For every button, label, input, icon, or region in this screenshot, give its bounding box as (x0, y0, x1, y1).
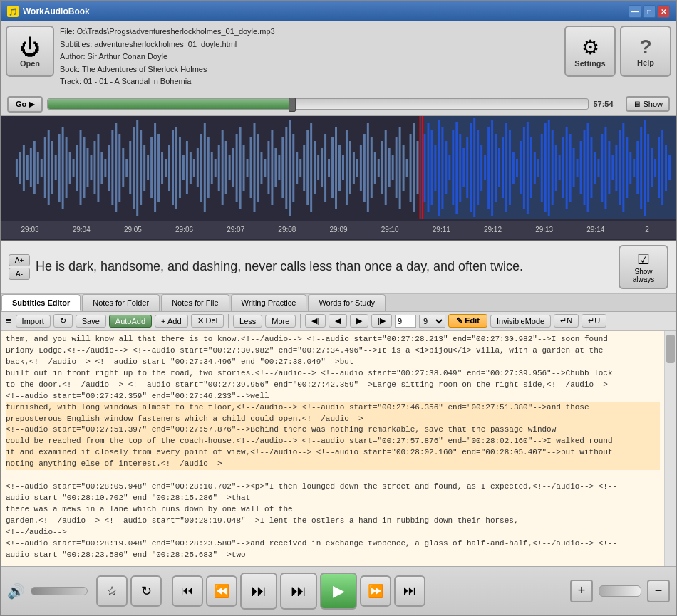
minimize-button[interactable]: — (629, 5, 641, 18)
svg-rect-35 (133, 127, 135, 209)
step-forward-button[interactable]: ⏭ (280, 573, 317, 610)
waveform-canvas (1, 116, 676, 219)
svg-rect-9 (41, 159, 43, 177)
next-track-button[interactable]: ⏭ (394, 575, 425, 607)
nav-prev-prev-button[interactable]: ◀| (305, 314, 326, 328)
text-size-up-button[interactable]: A+ (9, 254, 30, 266)
svg-rect-19 (76, 145, 78, 191)
step-back-button[interactable]: ⏭ (240, 573, 277, 610)
svg-rect-113 (410, 134, 412, 202)
tab-notes-folder[interactable]: Notes for Folder (82, 294, 160, 311)
editor-content[interactable]: them, and you will know all that there i… (1, 331, 664, 566)
svg-rect-152 (552, 130, 554, 205)
fast-forward-button[interactable]: ⏩ (360, 575, 391, 607)
track-info: Track: 01 - 01 - A Scandal in Bohemia (60, 75, 564, 88)
editor-scroll-thumb[interactable] (666, 335, 675, 363)
svg-rect-106 (385, 130, 387, 205)
add-button[interactable]: + Add (155, 315, 187, 328)
star-button[interactable]: ☆ (96, 575, 128, 607)
time-marker: 29:12 (467, 226, 518, 234)
svg-rect-148 (537, 159, 539, 177)
volume-icon: 🔊 (7, 583, 25, 600)
nav-prev-button[interactable]: ◀ (329, 314, 347, 328)
play-button[interactable]: ▶ (320, 573, 357, 610)
svg-rect-51 (190, 152, 192, 184)
tab-words-study[interactable]: Words for Study (308, 294, 386, 311)
svg-rect-86 (314, 141, 316, 194)
zoom-out-button[interactable]: − (647, 580, 670, 602)
tab-notes-file[interactable]: Notes for File (161, 294, 229, 311)
svg-rect-22 (86, 148, 88, 187)
number-dropdown[interactable]: 9 5 10 (419, 315, 445, 328)
svg-rect-69 (254, 123, 256, 212)
seek-thumb[interactable] (289, 98, 296, 112)
svg-rect-27 (104, 159, 106, 177)
help-icon: ? (639, 36, 651, 58)
svg-rect-157 (569, 134, 572, 202)
more-button[interactable]: More (265, 315, 296, 328)
text-size-down-button[interactable]: A- (9, 268, 30, 280)
open-button[interactable]: ⏻ Open (6, 26, 54, 77)
tab-writing-practice[interactable]: Writing Practice (231, 294, 307, 311)
editor-line: them, and you will know all that there i… (6, 334, 660, 345)
svg-rect-3 (19, 152, 21, 184)
close-button[interactable]: ✕ (657, 5, 670, 18)
tab-subtitles-editor[interactable]: Subtitles Editor (1, 294, 81, 311)
less-button[interactable]: Less (233, 315, 262, 328)
go-button[interactable]: Go ▶ (7, 96, 43, 113)
show-always-button[interactable]: ☑ Showalways (619, 245, 668, 289)
svg-rect-55 (204, 123, 206, 212)
editor-line (6, 470, 660, 481)
seek-bar[interactable] (47, 98, 589, 110)
nav-next-next-button[interactable]: |▶ (371, 314, 392, 328)
svg-rect-56 (207, 137, 210, 198)
refresh-button[interactable]: ↻ (53, 314, 73, 328)
import-button[interactable]: Import (16, 315, 51, 328)
nav-next-button[interactable]: ▶ (350, 314, 368, 328)
svg-rect-62 (229, 155, 231, 180)
invisible-mode-button[interactable]: InvisibleMode (490, 315, 551, 328)
volume-slider[interactable] (31, 587, 88, 595)
time-marker: 29:11 (415, 226, 467, 234)
svg-rect-90 (328, 159, 330, 177)
svg-rect-171 (619, 130, 621, 205)
svg-rect-80 (292, 134, 294, 202)
right-buttons: ⚙ Settings ? Help (564, 26, 671, 77)
show-button[interactable]: 🖥 Show (626, 96, 670, 112)
edit-button[interactable]: ✎ Edit (448, 314, 487, 328)
autoadd-button[interactable]: AutoAdd (109, 315, 152, 328)
previous-track-button[interactable]: ⏮ (172, 575, 203, 607)
number-input[interactable] (395, 315, 416, 328)
svg-rect-103 (374, 152, 376, 184)
svg-rect-154 (559, 155, 561, 180)
editor-scrollbar[interactable] (664, 331, 676, 566)
rewind-button[interactable]: ⏪ (206, 575, 237, 607)
svg-rect-42 (157, 134, 160, 202)
editor-line: garden.<!--/audio--> <!--audio start="00… (6, 516, 660, 527)
settings-button[interactable]: ⚙ Settings (564, 26, 616, 77)
refresh-media-button[interactable]: ↻ (130, 575, 162, 607)
editor-area[interactable]: them, and you will know all that there i… (1, 331, 676, 566)
svg-rect-150 (544, 123, 547, 212)
svg-rect-13 (55, 155, 57, 180)
svg-rect-40 (150, 137, 153, 198)
svg-rect-101 (367, 123, 369, 212)
rewind-icon: ⏪ (214, 583, 229, 599)
seek-bar-section: Go ▶ 57:54 🖥 Show (1, 93, 676, 116)
maximize-button[interactable]: □ (643, 5, 656, 18)
svg-rect-92 (335, 127, 337, 209)
svg-rect-169 (611, 155, 614, 180)
svg-rect-127 (462, 148, 465, 187)
waveform-section[interactable]: 29:03 29:04 29:05 29:06 29:07 29:08 29:0… (1, 116, 676, 241)
zoom-in-button[interactable]: + (570, 580, 593, 602)
book-info: Book: The Adventures of Sherlock Holmes (60, 63, 564, 76)
save-button[interactable]: Save (76, 315, 106, 328)
svg-rect-52 (193, 159, 195, 177)
del-button[interactable]: ✕ Del (191, 314, 224, 328)
help-button[interactable]: ? Help (620, 26, 671, 77)
svg-rect-31 (118, 134, 120, 202)
newline-u-button[interactable]: ↵U (582, 314, 606, 328)
zoom-slider[interactable] (599, 585, 641, 597)
newline-n-button[interactable]: ↵N (554, 314, 579, 328)
toolbar-separator (228, 314, 229, 328)
